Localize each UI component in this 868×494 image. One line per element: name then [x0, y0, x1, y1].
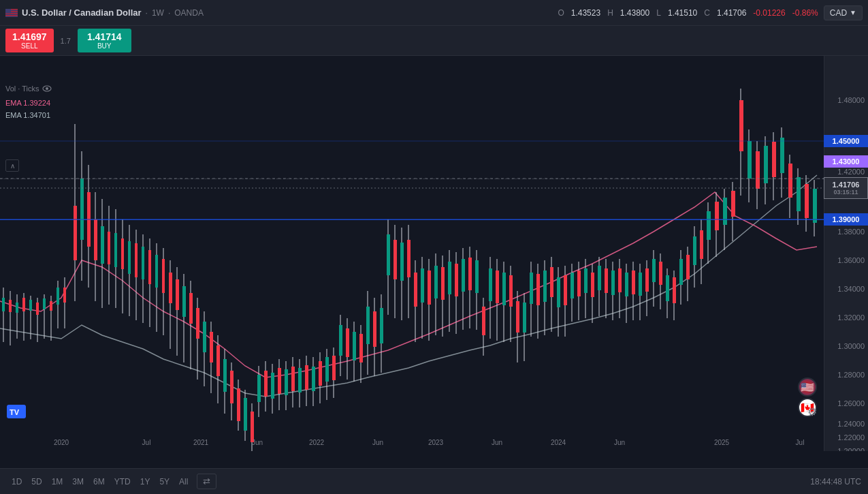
tv-logo: TV: [7, 405, 26, 418]
svg-rect-66: [196, 308, 199, 339]
svg-rect-172: [557, 277, 560, 307]
svg-rect-174: [564, 275, 567, 305]
svg-rect-178: [577, 271, 581, 296]
svg-rect-108: [339, 325, 342, 356]
current-price-time: 03:15:11: [833, 189, 858, 196]
svg-rect-64: [189, 293, 193, 324]
svg-rect-236: [788, 164, 792, 198]
svg-rect-128: [407, 240, 411, 277]
svg-rect-102: [319, 361, 322, 386]
symbol-name: U.S. Dollar / Canadian Dollar: [22, 7, 142, 18]
svg-rect-220: [723, 198, 727, 225]
price-box-143: 1.43000: [824, 155, 868, 168]
svg-rect-24: [50, 301, 52, 311]
sell-button[interactable]: 1.41697 SELL: [5, 29, 54, 52]
price-chart[interactable]: [0, 56, 824, 451]
sell-price: 1.41697: [12, 31, 47, 42]
timeframe-1m[interactable]: 1M: [47, 474, 68, 489]
svg-rect-230: [764, 146, 768, 183]
svg-rect-194: [632, 271, 635, 294]
price-label-148: 1.48000: [837, 96, 865, 104]
timeframe-6m[interactable]: 6M: [89, 474, 110, 489]
svg-rect-50: [142, 247, 144, 279]
svg-rect-160: [516, 301, 519, 333]
svg-rect-110: [346, 328, 349, 357]
change-value: -0.01226: [753, 8, 785, 18]
price-label-124: 1.24000: [837, 420, 865, 428]
svg-rect-232: [772, 142, 776, 177]
svg-rect-206: [673, 277, 676, 303]
svg-rect-226: [748, 141, 752, 179]
svg-rect-12: [9, 300, 12, 312]
svg-rect-104: [325, 357, 329, 382]
svg-rect-124: [393, 240, 397, 279]
timeframe-3m[interactable]: 3M: [67, 474, 89, 489]
svg-rect-86: [264, 371, 268, 397]
compare-button[interactable]: ⇄: [197, 474, 216, 489]
timeframe-value: 1W: [152, 8, 164, 18]
currency-button[interactable]: CAD ▼: [824, 5, 863, 20]
svg-rect-176: [570, 273, 574, 298]
svg-rect-200: [652, 259, 656, 282]
chart-area[interactable]: Vol · Ticks EMA 1.39224 EMA 1.34701 ∧: [0, 56, 868, 451]
svg-rect-62: [182, 286, 186, 317]
svg-rect-52: [148, 250, 151, 284]
svg-rect-16: [22, 298, 25, 311]
price-label-128: 1.28000: [837, 371, 865, 379]
timeframe-1d[interactable]: 1D: [7, 474, 27, 489]
timeframe-1y[interactable]: 1Y: [135, 474, 155, 489]
svg-rect-166: [536, 274, 540, 305]
svg-rect-46: [128, 241, 131, 274]
high-value: 1.43800: [620, 8, 649, 18]
svg-rect-26: [74, 206, 77, 260]
svg-rect-242: [813, 189, 817, 223]
buy-button[interactable]: 1.41714 BUY: [78, 29, 131, 52]
svg-text:TV: TV: [10, 408, 20, 416]
svg-rect-98: [305, 365, 308, 390]
svg-rect-190: [618, 268, 622, 292]
svg-rect-106: [332, 356, 336, 380]
svg-rect-34: [63, 288, 66, 303]
svg-rect-140: [448, 262, 451, 294]
buy-label: BUY: [87, 42, 122, 50]
usd-flag-icon: [5, 9, 18, 17]
svg-rect-92: [285, 369, 288, 395]
svg-rect-214: [700, 230, 703, 259]
svg-rect-224: [739, 100, 743, 151]
svg-rect-56: [162, 259, 165, 293]
svg-rect-184: [598, 266, 601, 290]
price-label-122: 1.22000: [837, 433, 865, 442]
settings-icon[interactable]: ⚙: [807, 405, 817, 418]
svg-rect-138: [441, 267, 445, 300]
svg-rect-216: [707, 211, 711, 240]
svg-rect-54: [155, 255, 158, 288]
svg-rect-136: [434, 266, 438, 298]
timeframe-5d[interactable]: 5D: [27, 474, 46, 489]
timeframe-ytd[interactable]: YTD: [110, 474, 135, 489]
svg-rect-114: [359, 334, 363, 362]
timeframe-5y[interactable]: 5Y: [155, 474, 174, 489]
svg-rect-90: [278, 368, 281, 394]
timeframe-all[interactable]: All: [174, 474, 193, 489]
price-145-value: 1.45000: [833, 137, 860, 145]
svg-rect-130: [414, 273, 417, 307]
svg-rect-4: [5, 15, 18, 16]
svg-rect-238: [797, 177, 801, 211]
currency-label: CAD: [830, 8, 847, 18]
candle-group-2023: [489, 257, 567, 362]
svg-rect-208: [679, 259, 683, 285]
bottom-time: 18:44:48 UTC: [810, 477, 861, 487]
svg-rect-142: [455, 264, 458, 296]
svg-rect-88: [271, 373, 274, 399]
svg-rect-202: [659, 262, 662, 285]
svg-rect-58: [169, 273, 172, 303]
svg-rect-96: [298, 368, 302, 392]
svg-rect-28: [80, 179, 84, 240]
spread-value: 1.7: [59, 37, 72, 45]
svg-rect-234: [780, 138, 784, 173]
change-pct: -0.86%: [792, 8, 818, 18]
candle-group-2021-bottom: [257, 291, 383, 417]
clock-time: 18:44:48 UTC: [810, 477, 861, 487]
us-flag-circle: 🇺🇸: [798, 377, 817, 397]
svg-rect-72: [216, 345, 220, 376]
